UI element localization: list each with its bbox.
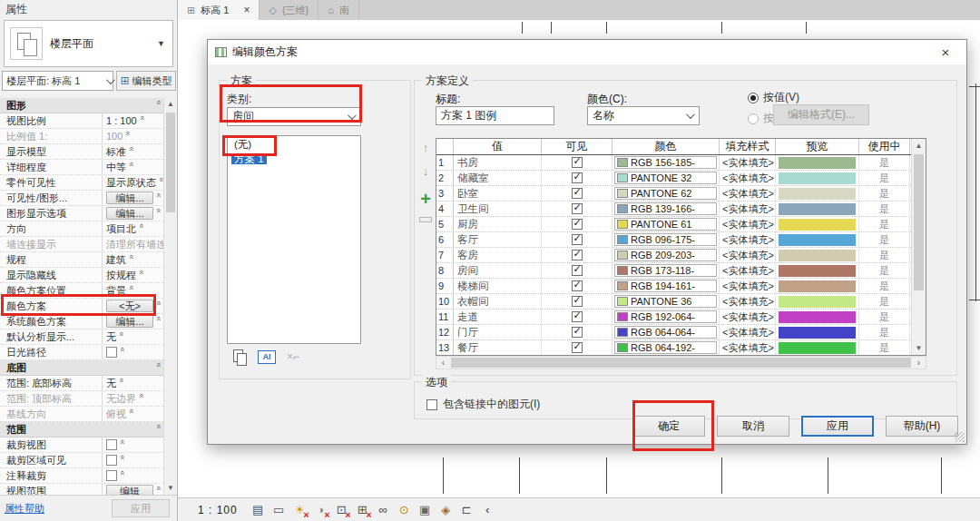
value-cell[interactable]: 储藏室	[454, 171, 542, 185]
value-cell[interactable]: 卧室	[454, 186, 542, 201]
visible-checkbox[interactable]	[572, 203, 583, 214]
section-collapse-icon[interactable]: «	[117, 331, 126, 341]
category-dropdown[interactable]: 房间	[227, 107, 361, 126]
section-collapse-icon[interactable]: «	[153, 300, 162, 310]
color-parameter-dropdown[interactable]: 名称	[587, 106, 700, 125]
legend-title-input[interactable]: 方案 1 图例	[436, 106, 554, 125]
edit-type-button[interactable]: ⊞ 编辑类型	[116, 71, 176, 91]
remove-value-icon[interactable]	[416, 213, 435, 231]
property-value[interactable]: 编辑	[106, 485, 153, 495]
value-cell[interactable]: 房间	[454, 263, 542, 278]
section-collapse-icon[interactable]: «	[137, 115, 146, 125]
property-value[interactable]: 中等	[106, 161, 126, 174]
visible-checkbox[interactable]	[572, 250, 583, 260]
scroll-up-icon[interactable]: ▲	[912, 139, 926, 152]
property-value[interactable]	[106, 455, 117, 466]
color-cell[interactable]: PANTONE 36	[612, 294, 720, 309]
properties-scrollbar[interactable]: ▲ ▼	[163, 98, 177, 495]
scrollbar-thumb[interactable]	[166, 113, 175, 212]
visible-checkbox[interactable]	[572, 280, 583, 291]
table-vertical-scrollbar[interactable]: ▲ ▼	[911, 139, 926, 355]
property-value[interactable]: 俯视	[106, 408, 126, 421]
property-value[interactable]	[106, 470, 117, 481]
by-range-radio[interactable]	[748, 113, 759, 124]
scheme-list-item[interactable]: (无)	[228, 137, 360, 152]
value-cell[interactable]: 楼梯间	[454, 279, 542, 293]
visible-cell[interactable]	[542, 248, 612, 262]
section-collapse-icon[interactable]: «	[153, 316, 162, 326]
view-tab[interactable]: ⊞ 标高 1 ×	[178, 0, 260, 20]
move-row-up-icon[interactable]: ↑	[416, 141, 435, 164]
color-cell[interactable]: PANTONE 61	[612, 217, 720, 231]
section-collapse-icon[interactable]: «	[153, 100, 162, 110]
property-value[interactable]: 标准	[106, 145, 126, 159]
close-icon[interactable]: ×	[243, 4, 250, 16]
color-cell[interactable]: RGB 139-166-	[612, 202, 720, 216]
visible-cell[interactable]	[542, 279, 612, 293]
view-tab[interactable]: ⌂ 南 ×	[318, 0, 359, 20]
type-selector[interactable]: 楼层平面 ▼	[4, 20, 173, 67]
add-value-icon[interactable]: +	[416, 188, 435, 213]
value-cell[interactable]: 门厅	[454, 325, 542, 339]
color-cell[interactable]: RGB 096-175-	[612, 232, 720, 247]
visible-checkbox[interactable]	[572, 219, 583, 230]
by-value-radio[interactable]	[748, 93, 759, 103]
help-button[interactable]: 帮助(H)	[886, 416, 958, 437]
section-collapse-icon[interactable]: «	[118, 439, 127, 449]
property-value[interactable]: 编辑...	[106, 207, 153, 220]
visible-cell[interactable]	[542, 294, 612, 309]
visible-checkbox[interactable]	[572, 327, 583, 338]
value-cell[interactable]: 卫生间	[454, 202, 542, 216]
section-collapse-icon[interactable]: «	[153, 424, 162, 434]
fill-pattern-cell[interactable]: <实体填充>	[720, 263, 776, 278]
color-cell[interactable]: RGB 064-192-	[612, 340, 720, 355]
resize-grip[interactable]	[955, 432, 965, 442]
section-collapse-icon[interactable]: «	[127, 285, 136, 295]
property-value[interactable]	[106, 439, 117, 450]
ok-button[interactable]: 确定	[632, 416, 705, 437]
visible-checkbox[interactable]	[572, 311, 583, 322]
section-collapse-icon[interactable]: «	[153, 192, 162, 202]
section-collapse-icon[interactable]: «	[118, 347, 127, 357]
visible-checkbox[interactable]	[572, 188, 583, 199]
visible-checkbox[interactable]	[572, 234, 583, 245]
status-icon[interactable]: ▤	[250, 502, 266, 517]
property-value[interactable]: 100	[106, 131, 122, 142]
scroll-down-icon[interactable]: ▼	[912, 341, 926, 355]
status-icon[interactable]: ▣	[417, 502, 433, 517]
property-value[interactable]: <无>	[106, 300, 153, 312]
fill-pattern-cell[interactable]: <实体填充>	[720, 310, 776, 324]
fill-pattern-cell[interactable]: <实体填充>	[720, 217, 776, 231]
status-icon[interactable]: ⊏	[459, 502, 475, 517]
visible-checkbox[interactable]	[572, 296, 583, 307]
property-value[interactable]: 编辑...	[106, 192, 153, 204]
rename-scheme-icon[interactable]: AI	[258, 350, 276, 364]
scroll-up-icon[interactable]: ▲	[164, 98, 177, 111]
visible-checkbox[interactable]	[572, 172, 583, 183]
section-collapse-icon[interactable]: «	[153, 486, 162, 495]
move-row-down-icon[interactable]: ↓	[416, 164, 435, 188]
scheme-list-item[interactable]: 方案 1	[228, 152, 360, 166]
color-cell[interactable]: RGB 064-064-	[612, 325, 720, 339]
color-cell[interactable]: RGB 156-185-	[612, 155, 720, 170]
view-tab[interactable]: ◇ {三维} ×	[260, 0, 318, 20]
fill-pattern-cell[interactable]: <实体填充>	[720, 155, 776, 170]
status-icon[interactable]: ⊡	[334, 502, 349, 517]
visible-cell[interactable]	[542, 171, 612, 185]
value-cell[interactable]: 衣帽间	[454, 294, 542, 309]
property-value[interactable]: 无	[106, 377, 116, 390]
property-value[interactable]: 清理所有墙连接	[106, 238, 163, 251]
value-cell[interactable]: 客房	[454, 248, 542, 262]
value-cell[interactable]: 走道	[454, 310, 542, 324]
status-icon[interactable]: ⊙	[397, 502, 412, 517]
property-value[interactable]: 1 : 100	[106, 115, 137, 126]
section-collapse-icon[interactable]: «	[157, 177, 163, 187]
section-collapse-icon[interactable]: «	[153, 362, 162, 372]
fill-pattern-cell[interactable]: <实体填充>	[720, 248, 776, 262]
property-value[interactable]: 项目北	[106, 222, 136, 236]
edit-format-button[interactable]: 编辑格式(E)...	[773, 104, 869, 125]
visible-cell[interactable]	[542, 310, 612, 324]
visible-cell[interactable]	[542, 263, 612, 278]
status-icon[interactable]: ◑	[313, 502, 328, 517]
value-cell[interactable]: 书房	[454, 155, 542, 170]
